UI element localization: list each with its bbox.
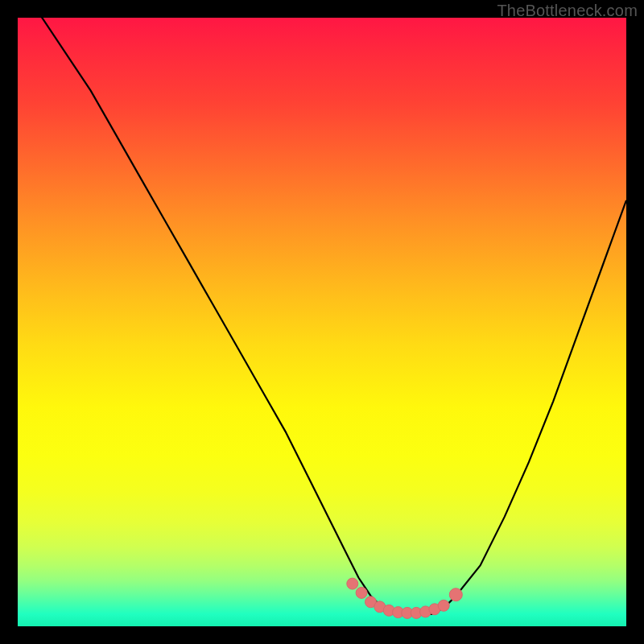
optimal-markers (347, 578, 463, 618)
curve-layer (18, 18, 626, 626)
chart-frame: TheBottleneck.com (0, 0, 644, 644)
optimal-marker (347, 578, 358, 589)
bottleneck-curve (18, 0, 626, 614)
watermark-text: TheBottleneck.com (497, 2, 638, 20)
optimal-marker (438, 600, 449, 611)
optimal-marker (449, 588, 462, 601)
optimal-marker (356, 587, 367, 598)
plot-area (18, 18, 626, 626)
